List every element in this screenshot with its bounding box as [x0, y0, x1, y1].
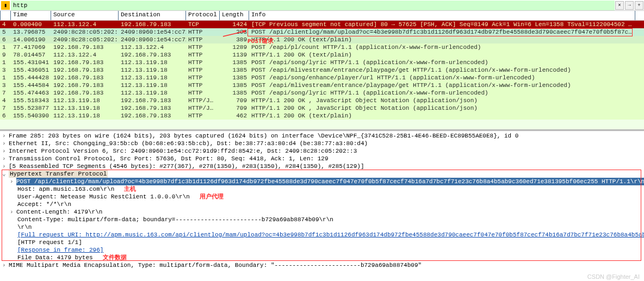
cell-no: 1 — [0, 43, 11, 51]
cell-no: 4 — [0, 97, 11, 104]
expand-toggle[interactable]: › — [10, 208, 16, 216]
bookmark-icon[interactable]: ▮ — [1, 1, 10, 10]
detail-frame[interactable]: Frame 285: 203 bytes on wire (1624 bits)… — [9, 132, 518, 140]
col-dst[interactable]: Destination — [119, 11, 186, 20]
expand-toggle[interactable]: › — [2, 163, 9, 170]
cell-info: HTTP/1.1 200 OK (text/plain) — [249, 51, 635, 59]
packet-row[interactable]: 40.000400112.13.122.4192.168.79.183TCP14… — [0, 21, 644, 28]
expand-toggle[interactable]: ⌄ — [2, 170, 9, 178]
cell-time: 155.518343 — [11, 97, 51, 104]
cell-time: 14.006190 — [11, 36, 51, 43]
cell-dst: 2409:8960:1e54:cc72… — [119, 28, 186, 36]
col-no[interactable] — [0, 11, 11, 20]
packet-row[interactable]: 978.014457112.13.122.4192.168.79.183HTTP… — [0, 51, 644, 59]
detail-file-data[interactable]: File Data: 4179 bytes — [17, 254, 93, 261]
clear-filter-button[interactable]: × — [615, 1, 624, 10]
cell-no: 5 — [0, 28, 11, 36]
annotation-arrow — [223, 30, 249, 38]
cell-dst: 192.168.79.183 — [119, 112, 186, 120]
cell-len: 1385 — [220, 74, 249, 82]
detail-content-type[interactable]: Content-Type: multipart/form-data; bound… — [17, 216, 333, 223]
expand-toggle[interactable]: › — [2, 132, 9, 140]
cell-time: 155.444428 — [11, 74, 51, 82]
cell-info: [TCP Previous segment not captured] 80 →… — [249, 21, 635, 28]
cell-info: HTTP/1.1 200 OK (text/plain) — [249, 112, 635, 120]
packet-row[interactable]: 177.417069192.168.79.183112.13.122.4HTTP… — [0, 43, 644, 51]
detail-reassembled[interactable]: [5 Reassembled TCP Segments (4546 bytes)… — [9, 163, 364, 170]
cell-info: HTTP/1.1 200 OK , JavaScript Object Nota… — [249, 97, 635, 104]
detail-tcp[interactable]: Transmission Control Protocol, Src Port:… — [9, 155, 329, 163]
cell-no: 6 — [0, 36, 11, 43]
cell-no: 9 — [0, 51, 11, 59]
packet-list[interactable]: POST请求 40.000400112.13.122.4192.168.79.1… — [0, 21, 644, 129]
cell-info: POST /api/clientlog/mam/upload?oc=4b3e99… — [249, 28, 635, 36]
detail-post-line[interactable]: POST /api/clientlog/mam/upload?oc=4b3e99… — [16, 178, 644, 185]
detail-mime[interactable]: MIME Multipart Media Encapsulation, Type… — [9, 261, 422, 269]
cell-time: 0.000400 — [11, 21, 51, 28]
expand-toggle[interactable]: › — [2, 261, 9, 269]
cell-src: 192.168.79.183 — [51, 89, 119, 97]
detail-crlf[interactable]: \r\n — [17, 223, 32, 231]
expand-toggle[interactable]: › — [2, 140, 9, 147]
detail-eth[interactable]: Ethernet II, Src: Chongqing_93:5b:cb (b0… — [9, 140, 368, 147]
cell-dst: 192.168.79.183 — [119, 51, 186, 59]
cell-proto: HTTP/J… — [186, 97, 220, 104]
detail-accept[interactable]: Accept: */*\r\n — [17, 201, 71, 208]
cell-src: 192.168.79.183 — [51, 82, 119, 89]
cell-proto: HTTP — [186, 51, 220, 59]
display-filter-input[interactable] — [11, 1, 615, 10]
display-filter-bar: ▮ × → + — [0, 0, 644, 11]
add-filter-button[interactable]: + — [635, 1, 643, 10]
detail-response-in-frame[interactable]: [Response in frame: 296] — [17, 246, 103, 254]
cell-dst: 112.13.122.4 — [119, 43, 186, 51]
packet-row[interactable]: 6155.540390112.13.119.18192.168.79.183HT… — [0, 112, 644, 120]
detail-full-uri[interactable]: [Full request URI: http://apm.music.163.… — [17, 231, 644, 239]
cell-proto: HTTP/J… — [186, 104, 220, 112]
packet-list-header: Time Source Destination Protocol Length … — [0, 11, 644, 21]
cell-time: 155.436051 — [11, 66, 51, 74]
detail-http-protocol[interactable]: Hypertext Transfer Protocol — [9, 170, 108, 178]
packet-row[interactable]: 513.7968752409:8c28:c05:202::32409:8960:… — [0, 28, 644, 36]
packet-row[interactable]: 3155.436051192.168.79.183112.13.119.18HT… — [0, 66, 644, 74]
cell-time: 155.523877 — [11, 104, 51, 112]
packet-row[interactable]: 7155.474463192.168.79.183112.13.119.18HT… — [0, 89, 644, 97]
cell-len: 709 — [220, 104, 249, 112]
cell-info: POST /eapi/mlivestream/entrance/playpage… — [249, 66, 635, 74]
cell-info: POST /eapi/song/lyric HTTP/1.1 (applicat… — [249, 59, 635, 66]
cell-src: 192.168.79.183 — [51, 59, 119, 66]
packet-row[interactable]: 1155.444428192.168.79.183112.13.119.18HT… — [0, 74, 644, 82]
detail-content-length[interactable]: Content-Length: 4179\r\n — [16, 208, 102, 216]
col-proto[interactable]: Protocol — [186, 11, 220, 20]
cell-proto: HTTP — [186, 43, 220, 51]
cell-proto: HTTP — [186, 74, 220, 82]
cell-dst: 192.168.79.183 — [119, 97, 186, 104]
detail-ip[interactable]: Internet Protocol Version 6, Src: 2409:8… — [9, 147, 357, 155]
packet-row[interactable]: 614.0061902409:8c28:c05:202::32409:8960:… — [0, 36, 644, 43]
cell-len: 1139 — [220, 51, 249, 59]
packet-row[interactable]: 3155.444584192.168.79.183112.13.119.18HT… — [0, 82, 644, 89]
apply-filter-button[interactable]: → — [625, 1, 634, 10]
col-src[interactable]: Source — [51, 11, 119, 20]
packet-row[interactable]: 7155.523877112.13.119.18192.168.79.183HT… — [0, 104, 644, 112]
packet-row[interactable]: 1155.431041192.168.79.183112.13.119.18HT… — [0, 59, 644, 66]
detail-http-request[interactable]: [HTTP request 1/1] — [17, 239, 82, 246]
col-len[interactable]: Length — [220, 11, 249, 20]
cell-len: 462 — [220, 112, 249, 120]
expand-toggle[interactable]: › — [2, 155, 9, 163]
packet-details[interactable]: ›Frame 285: 203 bytes on wire (1624 bits… — [0, 131, 644, 270]
expand-toggle[interactable]: › — [10, 178, 16, 185]
col-info[interactable]: Info — [249, 11, 635, 20]
cell-info: HTTP/1.1 200 OK , JavaScript Object Nota… — [249, 104, 635, 112]
cell-no: 6 — [0, 112, 11, 120]
cell-src: 112.13.119.18 — [51, 97, 119, 104]
packet-row[interactable]: 4155.518343112.13.119.18192.168.79.183HT… — [0, 97, 644, 104]
detail-ua[interactable]: User-Agent: Netease Music RestClient 1.0… — [17, 193, 190, 201]
cell-len: 709 — [220, 97, 249, 104]
cell-no: 3 — [0, 82, 11, 89]
detail-host[interactable]: Host: apm.music.163.com\r\n — [17, 185, 114, 193]
annotation-label-post: POST请求 — [247, 37, 274, 45]
cell-info: POST /eapi/mlivestream/entrance/playpage… — [249, 82, 635, 89]
expand-toggle[interactable]: › — [2, 147, 9, 155]
col-time[interactable]: Time — [11, 11, 51, 20]
cell-src: 192.168.79.183 — [51, 66, 119, 74]
